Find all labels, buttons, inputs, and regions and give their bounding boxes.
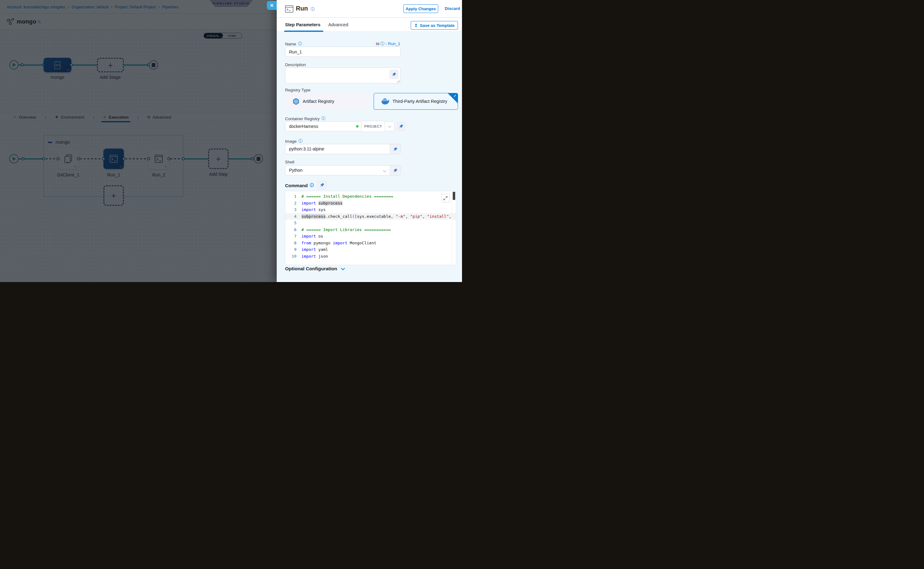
expand-icon	[444, 196, 447, 200]
drawer-header: Run ⓘ Apply Changes Discard	[277, 0, 462, 18]
artifact-registry-icon	[292, 97, 299, 105]
pushpin-icon	[392, 72, 397, 77]
code-text: import subprocess	[301, 200, 342, 207]
line-number: 6	[285, 227, 301, 233]
line-number: 4	[285, 213, 301, 220]
line-number: 7	[285, 233, 301, 240]
info-icon[interactable]: ⓘ	[311, 6, 315, 12]
container-registry-field[interactable]: dockerHarness PROJECT	[285, 122, 394, 131]
close-drawer-button[interactable]: ✕	[267, 1, 277, 10]
code-lines: 1# ====== Install Dependencies ========2…	[285, 193, 456, 260]
code-line[interactable]: 9import yaml	[285, 246, 456, 253]
code-line[interactable]: 1# ====== Install Dependencies ========	[285, 193, 456, 200]
code-text: import json	[301, 253, 328, 260]
pin-runtime-input-button[interactable]	[389, 70, 398, 79]
registry-type-label: Registry Type	[285, 88, 310, 92]
check-icon: ✓	[454, 94, 456, 98]
chevron-down-icon	[341, 266, 345, 270]
pin-runtime-input-button[interactable]	[390, 144, 400, 154]
line-number: 8	[285, 240, 301, 246]
apply-changes-button[interactable]: Apply Changes	[403, 4, 438, 13]
modal-dim-overlay[interactable]	[0, 0, 277, 282]
info-icon[interactable]: ⓘ	[322, 116, 325, 122]
close-icon: ✕	[270, 3, 274, 8]
pushpin-icon	[393, 168, 398, 173]
registry-option-artifact-registry[interactable]: Artifact Registry	[285, 93, 369, 110]
desktop-edge	[0, 282, 462, 284]
code-text: # ====== Import Libraries ===========	[301, 227, 391, 233]
code-line[interactable]: 4subprocess.check_call([sys.executable, …	[285, 213, 456, 220]
optional-configuration-toggle[interactable]: Optional Configuration	[285, 266, 344, 272]
line-number: 2	[285, 200, 301, 207]
chevron-down-icon	[383, 169, 386, 172]
image-label: Imageⓘ	[285, 138, 302, 144]
info-icon[interactable]: ⓘ	[310, 183, 314, 188]
info-icon[interactable]: ⓘ	[298, 41, 302, 47]
expand-editor-button[interactable]	[441, 194, 450, 202]
step-parameters-form: Nameⓘ Id ⓘ : Run_1 Description	[277, 32, 462, 282]
docker-icon	[381, 98, 389, 105]
pin-runtime-input-button[interactable]	[397, 122, 406, 131]
discard-button[interactable]: Discard	[445, 6, 460, 11]
code-line[interactable]: 5	[285, 220, 456, 227]
line-number: 3	[285, 206, 301, 213]
code-line[interactable]: 8from pymongo import MongoClient	[285, 240, 456, 246]
code-text: subprocess.check_call([sys.executable, "…	[301, 213, 454, 220]
resize-handle[interactable]	[397, 80, 400, 82]
pipeline-studio-pane: Account: kurosakiichigo.songoku›Organiza…	[0, 0, 277, 282]
code-line[interactable]: 2import subprocess	[285, 200, 456, 207]
command-code-editor[interactable]: 1# ====== Install Dependencies ========2…	[285, 191, 456, 265]
line-number: 10	[285, 253, 301, 260]
step-config-drawer: ✕ Run ⓘ Apply Changes Discard Step Param…	[277, 0, 462, 282]
drawer-tab-bar: Step Parameters Advanced ↥ Save as Templ…	[277, 18, 462, 32]
screen: Account: kurosakiichigo.songoku›Organiza…	[0, 0, 462, 284]
connector-status-dot	[356, 125, 359, 128]
code-line[interactable]: 6# ====== Import Libraries ===========	[285, 227, 456, 233]
code-text: import yaml	[301, 246, 328, 253]
pushpin-icon	[320, 183, 325, 187]
code-line[interactable]: 7import os	[285, 233, 456, 240]
container-registry-label: Container Registryⓘ	[285, 116, 325, 122]
code-line[interactable]: 10import json	[285, 253, 456, 260]
tab-step-parameters[interactable]: Step Parameters	[285, 18, 320, 32]
line-number: 5	[285, 220, 301, 227]
description-label: Description	[285, 62, 306, 67]
scope-badge: PROJECT	[361, 121, 385, 132]
code-text: from pymongo import MongoClient	[301, 240, 377, 246]
code-line[interactable]: 3import sys	[285, 206, 456, 213]
editor-scrollbar-track	[452, 191, 452, 265]
editor-scrollbar-thumb[interactable]	[453, 192, 455, 200]
chevron-down-icon[interactable]	[388, 124, 391, 128]
name-input[interactable]	[285, 47, 401, 57]
line-number: 9	[285, 246, 301, 253]
save-as-template-button[interactable]: ↥ Save as Template	[411, 21, 458, 30]
description-textarea[interactable]	[285, 67, 401, 84]
code-text: import os	[301, 233, 323, 240]
name-label: Nameⓘ	[285, 41, 302, 47]
pin-runtime-input-button[interactable]	[390, 166, 400, 175]
id-value-link[interactable]: Run_1	[388, 41, 400, 46]
terminal-step-icon	[285, 5, 293, 13]
registry-option-third-party[interactable]: Third-Party Artifact Registry ✓	[374, 93, 458, 110]
info-icon[interactable]: ⓘ	[299, 138, 302, 144]
code-text: # ====== Install Dependencies ========	[301, 193, 393, 200]
app-window: Account: kurosakiichigo.songoku›Organiza…	[0, 0, 462, 282]
step-id: Id ⓘ : Run_1	[339, 41, 400, 47]
command-label: Commandⓘ	[285, 183, 314, 188]
step-type-title: Run	[296, 5, 308, 12]
shell-select[interactable]: Python	[285, 165, 401, 175]
info-icon[interactable]: ⓘ	[380, 41, 384, 47]
upload-icon: ↥	[414, 23, 418, 28]
pushpin-icon	[399, 124, 404, 129]
line-number: 1	[285, 193, 301, 200]
image-field[interactable]: python:3.11-alpine	[285, 144, 401, 154]
pin-runtime-input-button[interactable]	[318, 181, 327, 189]
id-label: Id	[376, 41, 379, 46]
code-text: import sys	[301, 206, 325, 213]
tab-advanced[interactable]: Advanced	[328, 18, 348, 32]
shell-label: Shell	[285, 160, 294, 164]
pushpin-icon	[393, 147, 398, 152]
